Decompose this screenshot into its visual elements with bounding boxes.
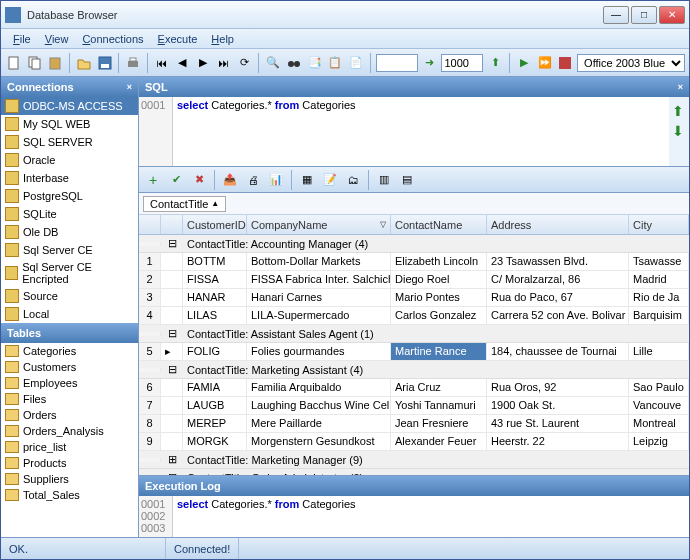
sql-editor[interactable]: 0001 select Categories.* from Categories… xyxy=(139,97,689,167)
group-chip[interactable]: ContactTitle ▲ xyxy=(143,196,226,212)
theme-select[interactable]: Office 2003 Blue xyxy=(577,54,685,72)
history-next-icon[interactable]: ⬇ xyxy=(672,123,686,137)
connection-item[interactable]: My SQL WEB xyxy=(1,115,138,133)
table-row[interactable]: 3HANARHanari CarnesMario PontesRua do Pa… xyxy=(139,289,689,307)
column-address[interactable]: Address xyxy=(487,215,629,234)
first-record-icon[interactable]: ⏮ xyxy=(153,53,171,73)
connection-item[interactable]: Sql Server CE xyxy=(1,241,138,259)
group-row[interactable]: ⊞ContactTitle: Marketing Manager (9) xyxy=(139,451,689,469)
expand-icon[interactable]: ⊟ xyxy=(161,363,183,376)
grid-view-icon[interactable]: ▦ xyxy=(297,170,317,190)
connection-item[interactable]: SQLite xyxy=(1,205,138,223)
print-icon[interactable] xyxy=(124,53,142,73)
statusbar: OK. Connected! xyxy=(1,537,689,559)
apply-icon[interactable]: ✔ xyxy=(166,170,186,190)
connection-item[interactable]: Oracle xyxy=(1,151,138,169)
table-row[interactable]: 2FISSAFISSA Fabrica Inter. Salchichas S.… xyxy=(139,271,689,289)
column-companyname[interactable]: CompanyName▽ xyxy=(247,215,391,234)
new-icon[interactable] xyxy=(5,53,23,73)
table-item[interactable]: Total_Sales xyxy=(1,487,138,503)
sort-asc-icon[interactable]: ▲ xyxy=(211,199,219,208)
table-row[interactable]: 9MORGKMorgenstern GesundkostAlexander Fe… xyxy=(139,433,689,451)
table-item[interactable]: Suppliers xyxy=(1,471,138,487)
refresh-icon[interactable]: ⟳ xyxy=(236,53,254,73)
connection-item[interactable]: Local xyxy=(1,305,138,323)
query-icon[interactable]: 📋 xyxy=(326,53,344,73)
columns-icon[interactable]: ▥ xyxy=(374,170,394,190)
card-view-icon[interactable]: 🗂 xyxy=(343,170,363,190)
minimize-button[interactable]: — xyxy=(603,6,629,24)
sql-text[interactable]: select Categories.* from Categories xyxy=(173,97,669,166)
export-icon[interactable]: 📤 xyxy=(220,170,240,190)
next-record-icon[interactable]: ▶ xyxy=(194,53,212,73)
execute-all-icon[interactable]: ⏩ xyxy=(536,53,554,73)
group-row[interactable]: ⊟ContactTitle: Assistant Sales Agent (1) xyxy=(139,325,689,343)
binoculars-icon[interactable] xyxy=(285,53,303,73)
connection-item[interactable]: Source xyxy=(1,287,138,305)
connection-item[interactable]: SQL SERVER xyxy=(1,133,138,151)
rows-icon[interactable]: ▤ xyxy=(397,170,417,190)
chart-icon[interactable]: 📊 xyxy=(266,170,286,190)
maximize-button[interactable]: □ xyxy=(631,6,657,24)
last-record-icon[interactable]: ⏭ xyxy=(215,53,233,73)
open-icon[interactable] xyxy=(75,53,93,73)
group-by-row[interactable]: ContactTitle ▲ xyxy=(139,193,689,215)
menu-execute[interactable]: Execute xyxy=(152,31,204,47)
history-prev-icon[interactable]: ⬆ xyxy=(672,103,686,117)
add-row-icon[interactable]: + xyxy=(143,170,163,190)
table-item[interactable]: Orders xyxy=(1,407,138,423)
menu-help[interactable]: Help xyxy=(205,31,240,47)
table-row[interactable]: 5▸FOLIGFolies gourmandesMartine Rance184… xyxy=(139,343,689,361)
table-item[interactable]: Categories xyxy=(1,343,138,359)
sql-icon[interactable]: 📄 xyxy=(347,53,365,73)
paste-icon[interactable] xyxy=(46,53,64,73)
svg-rect-6 xyxy=(128,61,138,67)
connection-item[interactable]: Interbase xyxy=(1,169,138,187)
table-item[interactable]: Customers xyxy=(1,359,138,375)
search-icon[interactable]: 🔍 xyxy=(264,53,282,73)
expand-icon[interactable]: ⊞ xyxy=(161,453,183,466)
table-row[interactable]: 7LAUGBLaughing Bacchus Wine CellarsYoshi… xyxy=(139,397,689,415)
svg-rect-10 xyxy=(559,57,571,69)
table-row[interactable]: 8MEREPMere PaillardeJean Fresniere43 rue… xyxy=(139,415,689,433)
connection-item[interactable]: Sql Server CE Encripted xyxy=(1,259,138,287)
execute-icon[interactable]: ▶ xyxy=(515,53,533,73)
apply-limit-icon[interactable]: ⬆ xyxy=(486,53,504,73)
collapse-icon[interactable]: × xyxy=(127,82,132,92)
bookmark-icon[interactable]: 📑 xyxy=(306,53,324,73)
goto-record-icon[interactable]: ➜ xyxy=(421,53,439,73)
table-row[interactable]: 6FAMIAFamilia ArquibaldoAria CruzRua Oro… xyxy=(139,379,689,397)
column-contactname[interactable]: ContactName xyxy=(391,215,487,234)
menu-file[interactable]: File xyxy=(7,31,37,47)
table-row[interactable]: 4LILASLILA-SupermercadoCarlos GonzalezCa… xyxy=(139,307,689,325)
expand-icon[interactable]: ⊟ xyxy=(161,327,183,340)
group-row[interactable]: ⊟ContactTitle: Marketing Assistant (4) xyxy=(139,361,689,379)
group-row[interactable]: ⊟ContactTitle: Accounting Manager (4) xyxy=(139,235,689,253)
menu-connections[interactable]: Connections xyxy=(76,31,149,47)
connection-item[interactable]: ODBC-MS ACCESS xyxy=(1,97,138,115)
connection-item[interactable]: PostgreSQL xyxy=(1,187,138,205)
form-view-icon[interactable]: 📝 xyxy=(320,170,340,190)
table-item[interactable]: Products xyxy=(1,455,138,471)
table-row[interactable]: 1BOTTMBottom-Dollar MarketsElizabeth Lin… xyxy=(139,253,689,271)
print-grid-icon[interactable]: 🖨 xyxy=(243,170,263,190)
column-city[interactable]: City xyxy=(629,215,689,234)
cancel-icon[interactable]: ✖ xyxy=(189,170,209,190)
column-customerid[interactable]: CustomerID xyxy=(183,215,247,234)
stop-icon[interactable] xyxy=(556,53,574,73)
close-button[interactable]: ✕ xyxy=(659,6,685,24)
grid-body[interactable]: ⊟ContactTitle: Accounting Manager (4)1BO… xyxy=(139,235,689,475)
menu-view[interactable]: View xyxy=(39,31,75,47)
save-icon[interactable] xyxy=(96,53,114,73)
record-number-input[interactable] xyxy=(376,54,418,72)
limit-input[interactable] xyxy=(441,54,483,72)
connection-item[interactable]: Ole DB xyxy=(1,223,138,241)
collapse-icon[interactable]: × xyxy=(678,82,683,92)
table-item[interactable]: Files xyxy=(1,391,138,407)
table-item[interactable]: Orders_Analysis xyxy=(1,423,138,439)
expand-icon[interactable]: ⊟ xyxy=(161,237,183,250)
prev-record-icon[interactable]: ◀ xyxy=(174,53,192,73)
table-item[interactable]: price_list xyxy=(1,439,138,455)
copy-icon[interactable] xyxy=(26,53,44,73)
table-item[interactable]: Employees xyxy=(1,375,138,391)
